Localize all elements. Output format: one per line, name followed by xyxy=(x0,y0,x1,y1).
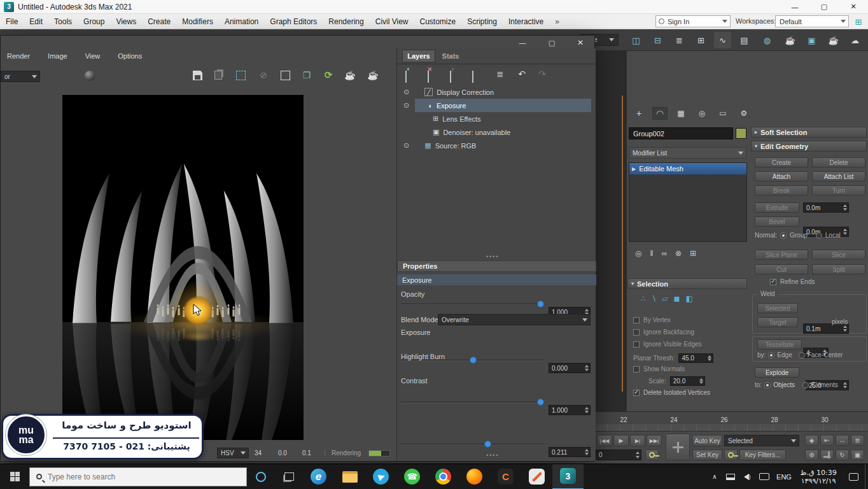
show-normals-row[interactable]: Show Normals xyxy=(633,365,685,372)
redo-icon[interactable]: ↷ xyxy=(536,67,549,80)
layer-explorer-icon[interactable]: ≣ xyxy=(671,32,688,48)
slider-handle[interactable] xyxy=(537,301,544,308)
element-subobject-icon[interactable]: ◧ xyxy=(685,294,692,303)
maximize-button[interactable]: ▢ xyxy=(809,0,839,14)
menu-animation[interactable]: Animation xyxy=(219,14,264,29)
render-setup-icon[interactable]: ☕ xyxy=(781,32,799,48)
ignore-backfacing-row[interactable]: Ignore Backfacing xyxy=(633,329,694,336)
menu-civil-view[interactable]: Civil View xyxy=(370,14,414,29)
bevel-button[interactable]: Bevel xyxy=(755,216,799,227)
taskbar-app-whatsapp[interactable]: ☎ xyxy=(396,464,428,489)
create-tab-icon[interactable]: + xyxy=(631,107,647,120)
menu-file[interactable]: File xyxy=(0,14,24,29)
face-subobject-icon[interactable]: ◼ xyxy=(674,294,680,303)
action-center-icon[interactable] xyxy=(842,464,865,489)
selection-rollout-header[interactable]: ▾ Selection xyxy=(627,278,747,289)
save-image-icon[interactable] xyxy=(193,71,202,80)
taskbar-app-c[interactable]: C xyxy=(490,464,521,489)
vfb-menu-image[interactable]: Image xyxy=(48,52,67,60)
highlight-burn-slider[interactable] xyxy=(401,399,543,406)
menu-scripting[interactable]: Scripting xyxy=(461,14,503,29)
network-icon[interactable] xyxy=(722,464,739,489)
color-mode-dropdown[interactable]: HSV xyxy=(217,448,249,458)
key-filters-button[interactable]: Key Filters... xyxy=(739,450,786,460)
configure-modifier-sets-icon[interactable]: ⊞ xyxy=(690,249,696,258)
tab-layers[interactable]: Layers xyxy=(402,50,435,62)
border-subobject-icon[interactable]: ▱ xyxy=(662,294,668,303)
menu-modifiers[interactable]: Modifiers xyxy=(176,14,219,29)
color-sphere-icon[interactable] xyxy=(85,71,95,81)
time-tag-icon[interactable]: ⇤ xyxy=(820,435,834,446)
play-button[interactable]: ▶ xyxy=(613,435,629,446)
object-name-field[interactable]: Group002 xyxy=(629,127,733,139)
motion-tab-icon[interactable]: ◎ xyxy=(694,107,710,120)
by-vertex-checkbox[interactable] xyxy=(633,317,640,323)
undo-icon[interactable]: ↶ xyxy=(515,67,528,80)
tray-expand-icon[interactable]: ∧ xyxy=(707,464,722,489)
modifier-list-dropdown[interactable]: Modifier List xyxy=(629,147,746,159)
show-normals-checkbox[interactable] xyxy=(633,366,640,372)
align-icon[interactable]: ⊟ xyxy=(649,32,666,48)
render-cloud-icon[interactable]: ☁ xyxy=(846,32,864,48)
region-render-icon[interactable] xyxy=(281,71,290,80)
modify-tab-icon[interactable]: ◠ xyxy=(652,107,668,120)
panel-splitter-handle[interactable]: •••• xyxy=(486,253,500,260)
volume-icon[interactable]: ) xyxy=(739,464,755,489)
tab-stats[interactable]: Stats xyxy=(437,50,465,62)
to-elements-radio[interactable] xyxy=(802,382,809,388)
attach-list-button[interactable]: Attach List xyxy=(812,171,865,181)
search-input[interactable] xyxy=(48,472,220,481)
layer-row-source-rgb[interactable]: ⊙ ▦ Source: RGB xyxy=(397,139,596,152)
menu-interactive[interactable]: Interactive xyxy=(503,14,549,29)
next-frame-button[interactable]: ▶| xyxy=(630,435,645,446)
translate-keys-icon[interactable]: ↔ xyxy=(836,435,849,446)
mirror-icon[interactable]: ◫ xyxy=(627,32,645,48)
cortana-button[interactable] xyxy=(247,464,275,489)
turn-button[interactable]: Turn xyxy=(812,185,865,195)
set-key-button[interactable]: Set Key xyxy=(692,450,722,460)
menu-graph-editors[interactable]: Graph Editors xyxy=(264,14,323,29)
visibility-eye-icon[interactable]: ⊙ xyxy=(403,141,409,150)
maximize-viewport-icon[interactable]: ▣ xyxy=(851,450,864,460)
material-editor-icon[interactable]: ◍ xyxy=(759,32,776,48)
tessellate-button[interactable]: Tessellate xyxy=(757,339,802,350)
mini-menu-icon[interactable]: ≣ xyxy=(851,435,864,446)
remove-modifier-icon[interactable]: ⊗ xyxy=(675,249,682,258)
opacity-slider[interactable] xyxy=(401,301,543,308)
slice-button[interactable]: Slice xyxy=(812,250,865,260)
edit-geometry-rollout-header[interactable]: ▾ Edit Geometry xyxy=(751,141,867,152)
vfb-menu-options[interactable]: Options xyxy=(118,52,142,60)
workspace-dropdown[interactable]: Default xyxy=(775,15,849,27)
attach-button[interactable]: Attach xyxy=(755,171,808,181)
split-button[interactable]: Split xyxy=(812,264,865,274)
viewport-cube-icon[interactable]: ❐ xyxy=(301,69,312,81)
delete-isolated-row[interactable]: Delete Isolated Vertices xyxy=(633,389,710,396)
ignore-visible-edges-checkbox[interactable] xyxy=(633,341,640,348)
taskbar-app-pen[interactable] xyxy=(521,464,552,489)
key-mode-toggle-icon[interactable]: ◈ xyxy=(805,435,818,446)
show-end-result-icon[interactable]: ‖ xyxy=(650,249,653,258)
normals-scale-spinner[interactable]: 20.0 xyxy=(670,376,705,386)
language-indicator[interactable]: ENG xyxy=(773,464,795,489)
delete-layer-icon[interactable]: ✕ xyxy=(428,71,429,83)
extrude-spinner[interactable]: 0.0m xyxy=(803,202,849,213)
normal-local-radio[interactable] xyxy=(816,232,822,239)
refresh-icon[interactable]: ⟳ xyxy=(323,69,334,82)
select-region-icon[interactable] xyxy=(236,71,246,80)
vfb-maximize-button[interactable]: ▢ xyxy=(539,37,564,48)
contrast-slider[interactable] xyxy=(401,441,543,448)
save-layers-icon[interactable] xyxy=(472,71,473,83)
task-view-button[interactable] xyxy=(275,464,303,489)
weld-selected-button[interactable]: Selected xyxy=(757,303,798,313)
edge-subobject-icon[interactable]: ∖ xyxy=(652,294,657,303)
copy-image-icon[interactable] xyxy=(214,71,222,80)
extrude-button[interactable]: Extrude xyxy=(755,202,799,213)
vertex-subobject-icon[interactable]: ∴ xyxy=(641,294,646,303)
selection-set-dropdown[interactable]: Selected xyxy=(724,435,799,446)
cut-button[interactable]: Cut xyxy=(755,264,808,274)
highlight-burn-spinner[interactable]: 1.000 xyxy=(549,405,591,415)
schematic-view-icon[interactable]: ▤ xyxy=(736,32,753,48)
sign-in-dropdown[interactable]: Sign In xyxy=(655,15,731,27)
menu-customize[interactable]: Customize xyxy=(414,14,462,29)
taskbar-app-3dsmax-active[interactable]: 3 xyxy=(552,464,584,489)
